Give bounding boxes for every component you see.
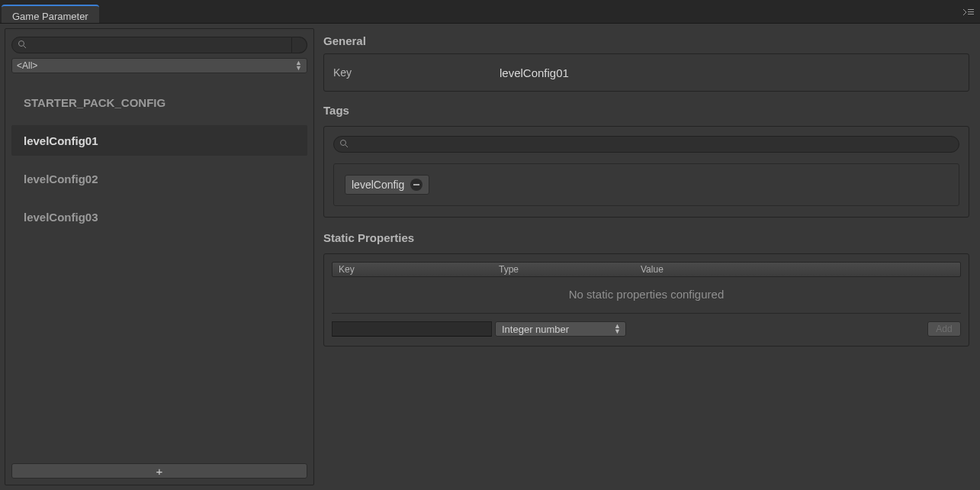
general-key-value: levelConfig01 [500, 66, 569, 79]
tab-bar: Game Parameter [0, 0, 980, 23]
sidebar-filter-dropdown[interactable]: <All> ▲▼ [11, 58, 307, 73]
tab-game-parameter[interactable]: Game Parameter [2, 5, 99, 23]
props-empty-message: No static properties configured [332, 277, 961, 313]
tags-panel: levelConfig [323, 126, 969, 218]
tag-chip[interactable]: levelConfig [345, 175, 429, 195]
new-prop-type-label: Integer number [502, 324, 569, 335]
new-prop-type-dropdown[interactable]: Integer number ▲▼ [495, 321, 626, 337]
props-table-header: Key Type Value [332, 262, 961, 277]
add-property-button[interactable]: Add [927, 321, 961, 337]
tags-container: levelConfig [333, 163, 959, 206]
new-prop-key-input[interactable] [332, 321, 492, 337]
svg-line-6 [345, 145, 348, 147]
add-property-label: Add [936, 324, 952, 334]
svg-line-4 [24, 46, 26, 48]
svg-point-3 [19, 41, 24, 47]
sidebar: <All> ▲▼ STARTER_PACK_CONFIG levelConfig… [5, 28, 314, 485]
list-item-label: levelConfig01 [24, 134, 98, 147]
general-key-row: Key levelConfig01 [333, 62, 959, 83]
search-icon [18, 40, 27, 51]
col-header-type: Type [499, 264, 641, 275]
sidebar-filter-label: <All> [17, 60, 37, 71]
props-add-row: Integer number ▲▼ Add [332, 313, 961, 337]
sidebar-search-input[interactable] [11, 37, 292, 53]
svg-rect-1 [968, 11, 974, 12]
search-icon [339, 139, 349, 150]
remove-tag-icon[interactable] [410, 179, 423, 191]
col-header-value: Value [641, 264, 954, 275]
parameter-list: STARTER_PACK_CONFIG levelConfig01 levelC… [11, 87, 307, 463]
list-item[interactable]: levelConfig02 [11, 163, 307, 194]
add-parameter-button[interactable]: + [11, 463, 307, 479]
svg-point-5 [341, 140, 346, 146]
list-item-label: STARTER_PACK_CONFIG [24, 96, 165, 109]
dropdown-arrows-icon: ▲▼ [295, 60, 302, 71]
svg-rect-7 [413, 184, 419, 185]
list-item[interactable]: STARTER_PACK_CONFIG [11, 87, 307, 118]
content: General Key levelConfig01 Tags levelConf… [320, 28, 975, 485]
section-title-general: General [323, 34, 969, 47]
add-parameter-label: + [156, 465, 163, 478]
list-item[interactable]: levelConfig01 [11, 125, 307, 156]
tab-label: Game Parameter [12, 11, 88, 22]
col-header-key: Key [339, 264, 499, 275]
sidebar-search-clear[interactable] [292, 37, 307, 53]
static-props-panel: Key Type Value No static properties conf… [323, 253, 969, 347]
list-item-label: levelConfig02 [24, 172, 98, 185]
list-item[interactable]: levelConfig03 [11, 201, 307, 232]
section-title-static-props: Static Properties [323, 231, 969, 244]
dropdown-arrows-icon: ▲▼ [614, 324, 621, 334]
svg-rect-0 [968, 9, 974, 10]
tags-search-input[interactable] [333, 136, 959, 153]
panel-menu-icon[interactable] [962, 8, 975, 17]
list-item-label: levelConfig03 [24, 211, 98, 224]
svg-rect-2 [968, 14, 974, 15]
tag-label: levelConfig [352, 179, 404, 191]
general-key-label: Key [333, 66, 500, 79]
section-title-tags: Tags [323, 104, 969, 117]
general-panel: Key levelConfig01 [323, 53, 969, 92]
